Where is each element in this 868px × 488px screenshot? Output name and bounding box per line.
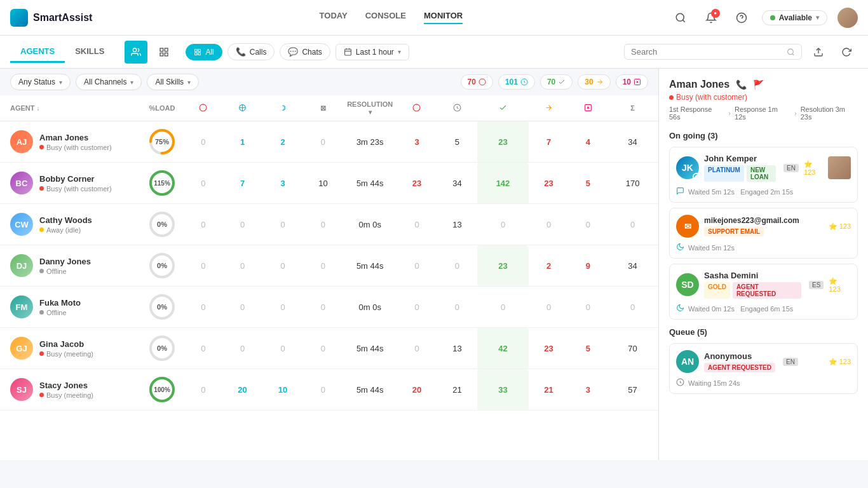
agent-avatar: CW bbox=[10, 213, 33, 236]
sidebar-phone-icon[interactable]: 📞 bbox=[736, 79, 747, 90]
agent-r6: 0 bbox=[607, 204, 658, 245]
filter-channels-label: All Channels bbox=[84, 78, 126, 86]
table-row[interactable]: BC Bobby Corner Busy (with customer) 115… bbox=[0, 163, 658, 204]
search-nav-icon[interactable] bbox=[670, 8, 691, 28]
sidebar-agent-header: Aman Jones 📞 🚩 bbox=[669, 79, 858, 90]
filter-calls-label: Calls bbox=[250, 48, 267, 57]
stat-pill-0[interactable]: 70 bbox=[461, 74, 493, 90]
agent-name: Cathy Woods bbox=[39, 215, 92, 225]
tab-agents[interactable]: AGENTS bbox=[10, 41, 65, 63]
search-input[interactable] bbox=[631, 47, 783, 57]
notifications-icon[interactable]: ● bbox=[701, 8, 721, 28]
stat-val-2: 70 bbox=[547, 78, 555, 86]
agent-status: Busy (with customer) bbox=[39, 144, 112, 151]
stat-icon-4 bbox=[634, 78, 641, 86]
stat-pill-1[interactable]: 101 bbox=[498, 74, 535, 90]
refresh-icon[interactable] bbox=[835, 41, 858, 64]
time-filter[interactable]: Last 1 hour ▾ bbox=[336, 44, 409, 60]
agent-r5: 9 bbox=[569, 245, 607, 287]
agent-r4: 2 bbox=[529, 245, 569, 287]
agent-avatar: FM bbox=[10, 295, 33, 318]
th-load[interactable]: %LOAD bbox=[140, 95, 184, 121]
filter-status[interactable]: Any Status ▾ bbox=[10, 74, 71, 90]
tag-platinum: PLATINUM bbox=[704, 165, 744, 182]
table-row[interactable]: SJ Stacy Jones Busy (meeting) 100% 0 20 … bbox=[0, 369, 658, 410]
filter-skills-label: All Skills bbox=[155, 78, 184, 86]
th-col2 bbox=[222, 95, 262, 121]
agents-icon-btn[interactable] bbox=[125, 41, 147, 64]
filter-chats[interactable]: 💬 Chats bbox=[280, 43, 330, 60]
agent-r4: 23 bbox=[529, 328, 569, 369]
ongoing-meta-2: Waited 0m 12s Engaged 6m 15s bbox=[688, 305, 793, 313]
agent-c4: 10 bbox=[303, 163, 343, 204]
table-row[interactable]: FM Fuka Moto Offline 0% 0 0 0 0 0m 0s 0 bbox=[0, 287, 658, 328]
ongoing-card-2[interactable]: SD Sasha Demini GOLD AGENT REQUESTED ES … bbox=[669, 264, 858, 320]
th-resolution[interactable]: RESOLUTION ▾ bbox=[343, 95, 397, 121]
agent-r2: 0 bbox=[437, 245, 477, 287]
agent-c1: 0 bbox=[184, 204, 222, 245]
sidebar-timeline: 1st Response 56s › Response 1m 12s › Res… bbox=[669, 105, 858, 121]
filter-status-chevron: ▾ bbox=[59, 79, 62, 86]
agent-r1: 0 bbox=[397, 328, 437, 369]
agent-r1: 0 bbox=[397, 245, 437, 287]
filter-calls[interactable]: 📞 Calls bbox=[227, 43, 275, 60]
table-row[interactable]: GJ Gina Jacob Busy (meeting) 0% 0 0 0 0 … bbox=[0, 328, 658, 369]
th-agent[interactable]: AGENT ↓ bbox=[0, 95, 140, 121]
ongoing-name-1: mikejones223@gmail.com SUPPORT EMAIL bbox=[704, 216, 824, 236]
tag-agent-req: AGENT REQUESTED bbox=[733, 282, 801, 299]
export-icon[interactable] bbox=[807, 41, 830, 64]
agent-c1: 0 bbox=[184, 121, 222, 163]
status-dot bbox=[770, 15, 775, 20]
user-avatar[interactable] bbox=[837, 8, 858, 28]
filter-channels[interactable]: All Channels ▾ bbox=[76, 74, 142, 90]
nav-monitor[interactable]: MONITOR bbox=[424, 11, 463, 24]
stat-pill-3[interactable]: 30 bbox=[578, 74, 610, 90]
agent-r3: 142 bbox=[477, 163, 529, 204]
svg-rect-8 bbox=[160, 53, 163, 56]
agent-r5: 5 bbox=[569, 163, 607, 204]
table-row[interactable]: AJ Aman Jones Busy (with customer) 75% 0… bbox=[0, 121, 658, 163]
table-row[interactable]: DJ Danny Jones Offline 0% 0 0 0 0 5m 44s… bbox=[0, 245, 658, 287]
help-icon[interactable] bbox=[731, 8, 752, 28]
ongoing-stars-0: ⭐ 123 bbox=[804, 160, 823, 176]
second-nav: AGENTS SKILLS All 📞 Calls 💬 Chats Last 1… bbox=[0, 36, 868, 69]
agent-cell: AJ Aman Jones Busy (with customer) bbox=[0, 121, 140, 163]
ongoing-card-1[interactable]: ✉ mikejones223@gmail.com SUPPORT EMAIL ⭐… bbox=[669, 208, 858, 259]
nav-today[interactable]: TODAY bbox=[320, 11, 348, 24]
agent-c4: 0 bbox=[303, 204, 343, 245]
ongoing-card-0[interactable]: JK John Kemper PLATINUM NEW LOAN EN ⭐ 12… bbox=[669, 147, 858, 203]
agent-r5: 0 bbox=[569, 287, 607, 328]
status-pill[interactable]: Avaliable ▾ bbox=[762, 10, 827, 25]
sidebar-flag-icon[interactable]: 🚩 bbox=[753, 79, 764, 90]
agent-r6: 34 bbox=[607, 121, 658, 163]
tag-gold: GOLD bbox=[704, 282, 730, 299]
stat-pill-2[interactable]: 70 bbox=[540, 74, 573, 90]
ongoing-stars-2: ⭐ 123 bbox=[829, 277, 851, 293]
grid-icon-btn[interactable] bbox=[153, 41, 175, 64]
agent-resolution: 5m 44s bbox=[343, 328, 397, 369]
agent-status: Busy (meeting) bbox=[39, 350, 93, 358]
agent-resolution: 0m 0s bbox=[343, 204, 397, 245]
agent-r4: 21 bbox=[529, 369, 569, 410]
svg-rect-6 bbox=[165, 48, 168, 51]
moon-icon-1 bbox=[676, 243, 684, 251]
agent-c1: 0 bbox=[184, 369, 222, 410]
nav-console[interactable]: CONSOLE bbox=[365, 11, 406, 24]
agent-r3: 23 bbox=[477, 121, 529, 163]
stat-pill-4[interactable]: 10 bbox=[616, 74, 648, 90]
tab-skills[interactable]: SKILLS bbox=[65, 41, 114, 63]
agent-resolution: 0m 0s bbox=[343, 287, 397, 328]
stat-val-4: 10 bbox=[623, 78, 631, 86]
timeline-item-2: Resolution 3m 23s bbox=[801, 105, 858, 121]
agent-cell: CW Cathy Woods Away (idle) bbox=[0, 204, 140, 245]
logo[interactable]: SmartAssist bbox=[10, 9, 112, 27]
filter-skills[interactable]: All Skills ▾ bbox=[147, 74, 199, 90]
queue-card-0[interactable]: AN Anonymous AGENT REQUESTED EN ⭐ 123 Wa… bbox=[669, 343, 858, 394]
filter-all[interactable]: All bbox=[186, 44, 222, 60]
agent-r1: 3 bbox=[397, 121, 437, 163]
table-row[interactable]: CW Cathy Woods Away (idle) 0% 0 0 0 0 0m… bbox=[0, 204, 658, 245]
chevron-down-icon: ▾ bbox=[816, 14, 819, 21]
agent-load: 100% bbox=[140, 369, 184, 410]
filter-all-label: All bbox=[205, 48, 214, 57]
agent-r4: 0 bbox=[529, 204, 569, 245]
